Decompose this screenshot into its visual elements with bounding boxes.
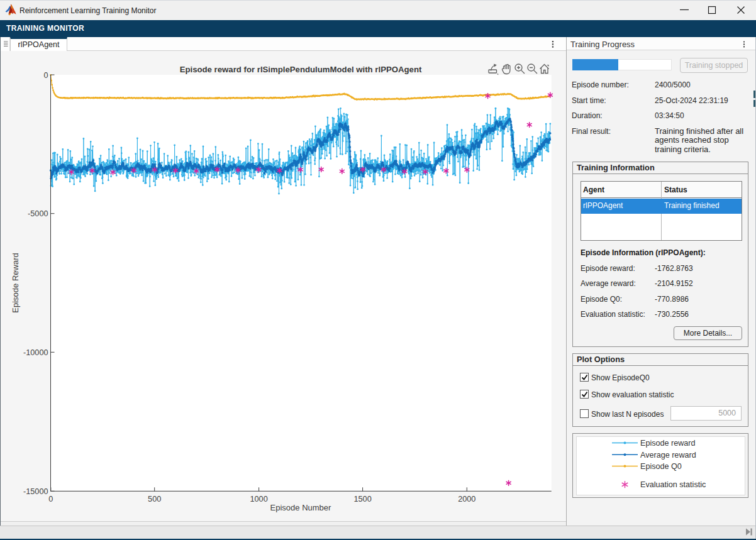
svg-text:0: 0 <box>43 71 48 80</box>
svg-text:Average reward: Average reward <box>640 451 696 460</box>
svg-text:2000: 2000 <box>458 495 475 504</box>
svg-text:Episode Number: Episode Number <box>270 503 331 512</box>
svg-text:Episode reward for rlSimplePen: Episode reward for rlSimplePendulumModel… <box>180 65 422 74</box>
svg-text:0: 0 <box>48 495 53 504</box>
svg-text:1500: 1500 <box>353 495 371 504</box>
svg-text:-10000: -10000 <box>23 348 48 357</box>
svg-text:Episode Reward: Episode Reward <box>11 253 20 312</box>
svg-text:500: 500 <box>148 495 161 504</box>
svg-text:-5000: -5000 <box>28 209 48 218</box>
svg-text:Evaluation statistic: Evaluation statistic <box>640 480 706 489</box>
svg-text:-15000: -15000 <box>23 487 48 496</box>
svg-text:Episode Q0: Episode Q0 <box>640 462 682 471</box>
svg-text:Episode reward: Episode reward <box>640 439 696 448</box>
svg-text:1000: 1000 <box>250 495 267 504</box>
